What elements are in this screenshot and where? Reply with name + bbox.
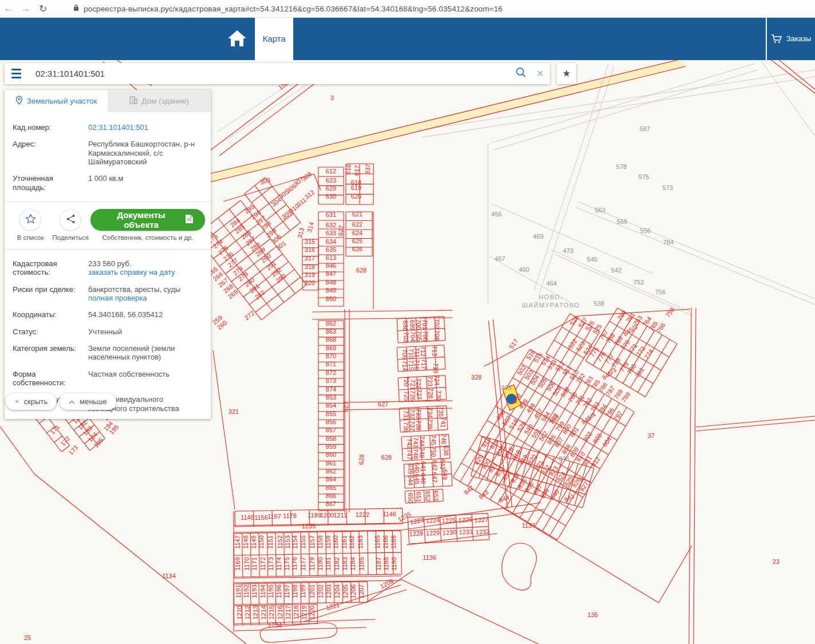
svg-text:624: 624 (352, 230, 363, 236)
svg-text:321: 321 (229, 408, 239, 415)
svg-text:1222: 1222 (356, 511, 369, 518)
tab-map[interactable]: Карта (255, 17, 293, 60)
svg-text:639: 639 (407, 464, 414, 474)
svg-text:728: 728 (427, 388, 434, 398)
svg-text:850: 850 (326, 295, 336, 302)
svg-text:1148: 1148 (242, 535, 249, 549)
svg-text:627: 627 (342, 401, 350, 412)
clear-search-icon[interactable]: × (530, 63, 550, 84)
svg-text:1178: 1178 (283, 512, 297, 519)
svg-text:704: 704 (410, 331, 416, 342)
svg-text:709: 709 (401, 349, 408, 359)
svg-text:716: 716 (414, 359, 420, 370)
svg-text:37: 37 (648, 432, 655, 439)
svg-text:1145: 1145 (241, 514, 254, 521)
svg-text:717: 717 (420, 359, 427, 369)
svg-text:1190: 1190 (391, 557, 397, 571)
svg-text:638: 638 (443, 445, 450, 456)
back-icon[interactable]: ← (0, 3, 17, 14)
add-to-list-button[interactable]: В список (10, 209, 50, 241)
home-button[interactable] (225, 25, 250, 52)
menu-icon[interactable] (5, 69, 27, 78)
search-input[interactable] (27, 68, 511, 79)
favorite-button[interactable]: ★ (557, 63, 576, 84)
cost-reference-link[interactable]: заказать справку на дату (88, 268, 175, 276)
svg-text:1151: 1151 (267, 535, 274, 549)
svg-text:1182: 1182 (333, 557, 340, 571)
svg-text:1199: 1199 (300, 584, 306, 598)
svg-text:626: 626 (352, 246, 363, 252)
svg-text:722: 722 (415, 378, 422, 389)
svg-text:646: 646 (420, 473, 427, 484)
forward-icon[interactable]: → (17, 3, 34, 14)
svg-text:НОВО-: НОВО- (538, 294, 563, 301)
search-icon[interactable] (511, 67, 530, 80)
svg-text:1169: 1169 (234, 557, 241, 571)
svg-text:1175: 1175 (284, 557, 290, 571)
svg-text:1207: 1207 (358, 584, 365, 598)
svg-text:747: 747 (406, 449, 413, 460)
svg-text:1195: 1195 (267, 584, 274, 598)
svg-text:1202: 1202 (317, 584, 324, 598)
svg-text:559: 559 (617, 218, 627, 225)
svg-text:1179: 1179 (309, 557, 316, 571)
field-risks: Риски при сделке: банкротства, аресты, с… (5, 281, 211, 307)
svg-text:628: 628 (357, 454, 365, 465)
svg-text:545: 545 (587, 256, 597, 263)
svg-text:719: 719 (432, 363, 439, 373)
svg-text:473: 473 (563, 247, 573, 254)
svg-text:171: 171 (49, 423, 61, 436)
svg-text:647: 647 (431, 472, 438, 483)
svg-text:744: 744 (419, 436, 426, 447)
svg-text:1218: 1218 (293, 606, 300, 619)
svg-text:804: 804 (601, 436, 613, 448)
svg-text:1191: 1191 (235, 584, 242, 598)
svg-text:860: 860 (326, 451, 336, 458)
svg-text:328: 328 (471, 374, 482, 381)
less-info-button[interactable]: меньше (60, 393, 116, 410)
svg-text:319: 319 (305, 271, 315, 278)
share-button[interactable]: Поделиться (50, 209, 90, 241)
cart-icon (771, 34, 782, 44)
cadastral-number-link[interactable]: 02:31:101401:501 (88, 123, 148, 132)
svg-text:613: 613 (326, 254, 336, 261)
home-icon (227, 29, 247, 48)
svg-text:1136: 1136 (423, 554, 436, 561)
svg-text:621: 621 (352, 211, 363, 218)
svg-text:641: 641 (420, 461, 427, 472)
reload-icon[interactable]: ↻ (34, 3, 52, 15)
svg-text:735: 735 (438, 406, 444, 417)
tab-land-parcel[interactable]: Земельный участок (5, 90, 108, 112)
full-check-link[interactable]: полная проверка (88, 294, 147, 302)
svg-text:1211: 1211 (333, 512, 347, 519)
svg-text:1160: 1160 (332, 535, 339, 549)
svg-text:620: 620 (351, 193, 361, 200)
svg-text:272: 272 (243, 309, 256, 321)
svg-text:1192: 1192 (243, 584, 250, 598)
tab-building[interactable]: Дом (здание) (108, 90, 211, 112)
svg-text:859: 859 (326, 443, 336, 450)
share-icon (66, 214, 76, 226)
hide-panel-button[interactable]: × скрыть (6, 393, 57, 410)
svg-text:714: 714 (401, 361, 408, 371)
svg-text:730: 730 (435, 390, 442, 401)
svg-text:1185: 1185 (358, 557, 365, 571)
svg-text:616: 616 (344, 164, 352, 175)
svg-text:784: 784 (663, 239, 674, 246)
orders-button[interactable]: Заказы (767, 17, 815, 60)
svg-text:864: 864 (326, 476, 336, 483)
svg-text:853: 853 (326, 394, 336, 401)
svg-text:650: 650 (407, 493, 414, 503)
svg-text:578: 578 (616, 163, 627, 170)
svg-text:612: 612 (326, 168, 336, 175)
svg-text:758: 758 (664, 306, 676, 319)
svg-text:469: 469 (533, 233, 544, 240)
svg-text:842: 842 (463, 484, 475, 496)
svg-text:628: 628 (356, 267, 367, 274)
address-bar[interactable]: росреестра-выписка.рус/кадастровая_карта… (84, 5, 502, 13)
svg-text:635: 635 (326, 246, 336, 253)
svg-text:1149: 1149 (250, 535, 257, 549)
svg-text:756: 756 (655, 289, 666, 295)
svg-text:856: 856 (326, 418, 336, 425)
object-documents-button[interactable]: Документы объекта (90, 209, 205, 231)
